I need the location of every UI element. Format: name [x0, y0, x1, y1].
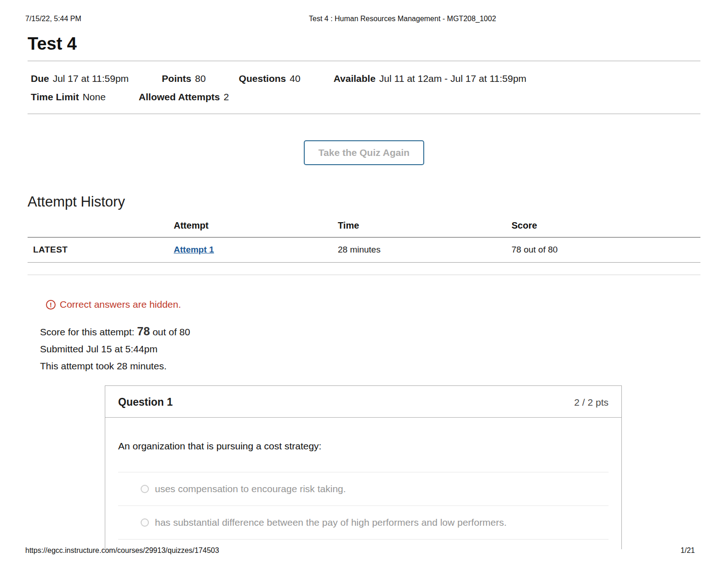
column-header-time: Time: [338, 220, 512, 237]
column-header-blank: [28, 220, 174, 237]
radio-button[interactable]: [141, 485, 149, 493]
score-line: Score for this attempt: 78 out of 80: [40, 323, 728, 340]
question-text: An organization that is pursuing a cost …: [118, 418, 609, 472]
duration-line: This attempt took 28 minutes.: [40, 357, 728, 374]
meta-allowed-attempts: Allowed Attempts2: [139, 88, 229, 106]
attempt-history-table: Attempt Time Score LATEST Attempt 1 28 m…: [28, 220, 700, 263]
actions-row: Take the Quiz Again: [0, 140, 728, 165]
correct-answers-hidden-notice: ! Correct answers are hidden.: [46, 299, 728, 310]
latest-badge: LATEST: [28, 237, 174, 263]
question-card: Question 1 2 / 2 pts An organization tha…: [105, 385, 622, 549]
attempt-summary: Score for this attempt: 78 out of 80 Sub…: [40, 323, 728, 374]
answer-option-2: has substantial difference between the p…: [118, 506, 609, 540]
question-header: Question 1 2 / 2 pts: [105, 386, 621, 418]
meta-due: DueJul 17 at 11:59pm: [31, 69, 129, 88]
score-value: 78: [137, 325, 150, 338]
page-title: Test 4: [28, 35, 728, 52]
divider: [28, 61, 700, 61]
question-points-badge: 2 / 2 pts: [574, 397, 609, 408]
warning-text: Correct answers are hidden.: [60, 299, 181, 310]
meta-available: AvailableJul 11 at 12am - Jul 17 at 11:5…: [334, 69, 527, 88]
answer-option-1: uses compensation to encourage risk taki…: [118, 472, 609, 506]
print-header: 7/15/22, 5:44 PM Test 4 : Human Resource…: [0, 0, 728, 23]
meta-questions: Questions40: [239, 69, 301, 88]
table-row: LATEST Attempt 1 28 minutes 78 out of 80: [28, 237, 700, 263]
submitted-line: Submitted Jul 15 at 5:44pm: [40, 340, 728, 357]
attempt-history-heading: Attempt History: [28, 194, 728, 210]
footer-url: https://egcc.instructure.com/courses/299…: [25, 546, 219, 555]
attempt-1-link[interactable]: Attempt 1: [174, 245, 214, 254]
quiz-results-page: 7/15/22, 5:44 PM Test 4 : Human Resource…: [0, 0, 728, 563]
question-title: Question 1: [118, 396, 173, 408]
meta-time-limit: Time LimitNone: [31, 88, 106, 106]
table-bottom-rule: [28, 263, 700, 275]
print-document-title: Test 4 : Human Resources Management - MG…: [309, 15, 496, 23]
print-datetime: 7/15/22, 5:44 PM: [25, 15, 81, 23]
warning-icon: !: [46, 300, 56, 310]
attempt-score: 78 out of 80: [512, 237, 700, 263]
column-header-score: Score: [512, 220, 700, 237]
quiz-meta-row-1: DueJul 17 at 11:59pm Points80 Questions4…: [31, 69, 700, 88]
attempt-time: 28 minutes: [338, 237, 512, 263]
divider: [28, 114, 700, 114]
take-quiz-again-button[interactable]: Take the Quiz Again: [304, 140, 424, 165]
answer-option-label: uses compensation to encourage risk taki…: [155, 483, 346, 494]
question-body: An organization that is pursuing a cost …: [105, 418, 621, 540]
quiz-meta: DueJul 17 at 11:59pm Points80 Questions4…: [31, 69, 700, 106]
meta-points: Points80: [162, 69, 206, 88]
quiz-meta-row-2: Time LimitNone Allowed Attempts2: [31, 88, 700, 106]
answer-option-label: has substantial difference between the p…: [155, 517, 506, 528]
print-footer: https://egcc.instructure.com/courses/299…: [25, 546, 695, 555]
column-header-attempt: Attempt: [174, 220, 338, 237]
radio-button[interactable]: [141, 518, 149, 527]
footer-page-number: 1/21: [681, 546, 695, 555]
table-header-row: Attempt Time Score: [28, 220, 700, 237]
